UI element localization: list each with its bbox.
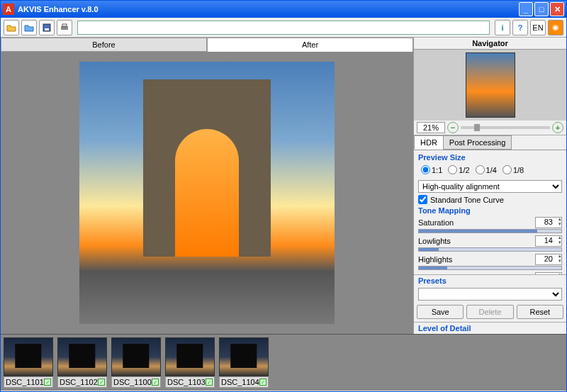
slider-spinner[interactable]: 20	[535, 254, 562, 265]
navigator-panel[interactable]	[414, 50, 566, 121]
preview-14[interactable]: 1/4	[476, 165, 497, 174]
toolbar: i ? EN ◉	[1, 18, 566, 38]
zoom-out-button[interactable]: −	[447, 122, 459, 133]
window-title: AKVIS Enhancer v.8.0	[18, 5, 517, 13]
slider-label: Saturation	[418, 218, 454, 227]
std-tone-label: Standard Tone Curve	[430, 196, 504, 204]
slider-saturation[interactable]	[418, 229, 562, 233]
preview-12[interactable]: 1/2	[448, 165, 469, 174]
navigator-header: Navigator	[414, 38, 566, 50]
presets-select[interactable]	[418, 288, 562, 301]
view-tabs: Before After	[1, 38, 413, 52]
open-file-button[interactable]	[4, 20, 19, 35]
thumbnail-name: DSC_1104✓	[219, 376, 269, 388]
thumbnail-image[interactable]	[57, 337, 107, 376]
tone-mapping-label: Tone Mapping	[418, 206, 562, 215]
slider-spinner[interactable]: 83	[535, 217, 562, 228]
close-button[interactable]: ✕	[550, 2, 564, 16]
preview-image	[79, 62, 335, 324]
slider-label: Lowlights	[418, 237, 451, 245]
preview-size-radios: 1:1 1/2 1/4 1/8	[418, 164, 562, 176]
thumbnail-name: DSC_1102✓	[57, 376, 107, 388]
zoom-value[interactable]: 21%	[417, 122, 445, 133]
thumbnail-checkbox[interactable]: ✓	[259, 379, 266, 386]
thumbnail-image[interactable]	[219, 337, 269, 376]
maximize-button[interactable]: □	[534, 2, 549, 16]
thumbnail-checkbox[interactable]: ✓	[152, 379, 159, 386]
preview-11[interactable]: 1:1	[421, 165, 442, 174]
svg-rect-3	[62, 24, 67, 26]
zoom-slider[interactable]	[461, 126, 550, 129]
thumbnail-checkbox[interactable]: ✓	[206, 379, 213, 386]
tab-hdr[interactable]: HDR	[414, 135, 444, 150]
thumbnail-name: DSC_1100✓	[111, 376, 161, 388]
thumbnail-name: DSC_1101✓	[4, 376, 53, 388]
thumbnail-checkbox[interactable]: ✓	[98, 379, 105, 386]
slider-lowlights[interactable]	[418, 247, 562, 252]
reset-button[interactable]: Reset	[517, 305, 563, 319]
lod-label: Level of Detail	[414, 322, 566, 334]
titlebar: A AKVIS Enhancer v.8.0 _ □ ✕	[1, 1, 566, 18]
save-file-button[interactable]	[39, 20, 55, 35]
svg-rect-1	[45, 28, 49, 30]
thumbnail-image[interactable]	[4, 337, 53, 376]
svg-rect-2	[61, 26, 68, 30]
save-button[interactable]: Save	[417, 305, 464, 319]
image-canvas[interactable]	[1, 52, 413, 334]
help-button[interactable]: ?	[512, 20, 528, 35]
navigator-thumb	[466, 52, 515, 118]
app-logo-icon: A	[3, 4, 14, 15]
delete-button[interactable]: Delete	[466, 305, 513, 319]
open-folder-button[interactable]	[21, 20, 37, 35]
thumbnail-checkbox[interactable]: ✓	[44, 379, 51, 386]
slider-spinner[interactable]: 14	[535, 272, 562, 274]
tab-post-processing[interactable]: Post Processing	[443, 135, 512, 150]
slider-label: Highlights	[418, 255, 452, 264]
info-button[interactable]: i	[495, 20, 510, 35]
thumbnail-name: DSC_1103✓	[165, 376, 215, 388]
tab-before[interactable]: Before	[1, 38, 207, 52]
slider-spinner[interactable]: 14	[535, 235, 562, 247]
language-button[interactable]: EN	[530, 20, 546, 35]
preview-size-label: Preview Size	[418, 153, 562, 162]
print-button[interactable]	[57, 20, 72, 35]
zoom-in-button[interactable]: +	[552, 122, 563, 133]
path-input[interactable]	[77, 21, 490, 35]
settings-button[interactable]: ◉	[548, 20, 563, 35]
alignment-select[interactable]: High-quality alignment	[418, 180, 562, 193]
preview-18[interactable]: 1/8	[503, 165, 524, 174]
minimize-button[interactable]: _	[519, 2, 533, 16]
thumbnail-image[interactable]	[165, 337, 215, 376]
slider-highlights[interactable]	[418, 266, 562, 270]
std-tone-checkbox[interactable]	[418, 195, 427, 204]
tab-after[interactable]: After	[207, 38, 413, 52]
thumbnail-image[interactable]	[111, 337, 161, 376]
presets-label: Presets	[414, 274, 566, 286]
filmstrip[interactable]: DSC_1101✓DSC_1102✓DSC_1100✓DSC_1103✓DSC_…	[1, 334, 566, 391]
